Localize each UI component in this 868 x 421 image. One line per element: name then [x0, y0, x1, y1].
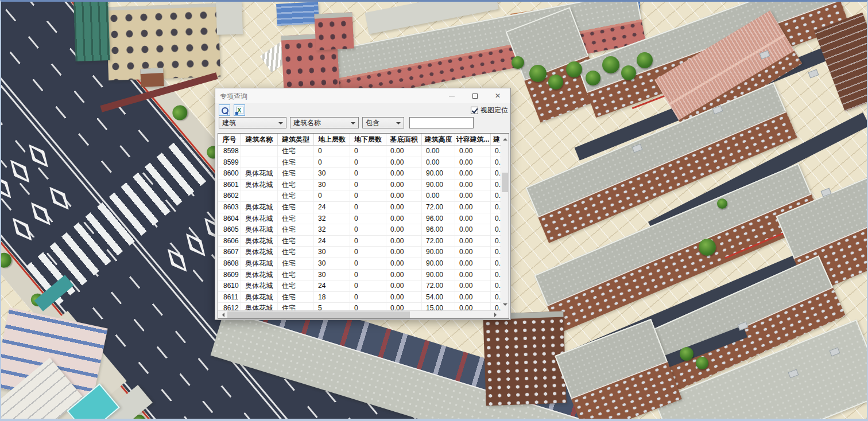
cell: 0.00: [455, 303, 491, 310]
table-row[interactable]: 8603奥体花城住宅2400.0072.000.000.00: [218, 202, 501, 213]
cell: 0.00: [386, 247, 422, 258]
column-header[interactable]: 建筑名称: [241, 134, 278, 146]
cell: 8612: [218, 303, 241, 310]
tree: [602, 56, 619, 73]
column-header[interactable]: 建: [491, 134, 501, 146]
cell: 0.00: [491, 168, 501, 179]
minimize-button[interactable]: [440, 88, 463, 103]
cell: [241, 190, 278, 201]
tree: [680, 347, 693, 361]
cell: 18: [314, 292, 350, 303]
cell: 0.00: [455, 224, 491, 235]
column-header[interactable]: 地下层数: [350, 134, 386, 146]
scroll-down-icon[interactable]: [503, 303, 507, 308]
cell: 0.00: [455, 258, 491, 269]
cell: 0: [350, 292, 386, 303]
search-icon: [222, 107, 228, 114]
building-block: [276, 2, 319, 26]
tree: [512, 56, 524, 69]
horizontal-scrollbar[interactable]: [218, 310, 501, 318]
cell: 0.00: [455, 190, 491, 201]
cell: 奥体花城: [241, 303, 278, 310]
column-header[interactable]: 地上层数: [314, 134, 350, 146]
table-row[interactable]: 8600奥体花城住宅3000.0090.000.000.00: [218, 168, 501, 180]
table-row[interactable]: 8599住宅000.000.000.000.00: [218, 157, 501, 169]
field-select[interactable]: 建筑名称: [290, 117, 359, 128]
table-row[interactable]: 8601奥体花城住宅3000.0090.000.000.00: [218, 180, 501, 191]
close-button[interactable]: [486, 88, 509, 103]
cell: 0: [350, 224, 386, 235]
table-row[interactable]: 8602住宅000.000.000.000.00: [218, 190, 501, 202]
cell: 0.00: [386, 224, 422, 235]
table-row[interactable]: 8598住宅000.000.000.000.00: [218, 146, 501, 157]
cell: 0.00: [491, 280, 501, 291]
cell: 0.00: [455, 236, 491, 247]
category-value: 建筑: [222, 118, 236, 128]
keyword-input[interactable]: [409, 117, 474, 128]
results-table: 序号建筑名称建筑类型地上层数地下层数基底面积建筑高度计容建筑...建 8598住…: [218, 133, 509, 319]
cell: 奥体花城: [241, 168, 278, 179]
cell: 0.00: [491, 258, 501, 269]
table-row[interactable]: 8604奥体花城住宅3200.0096.000.000.00: [218, 213, 501, 225]
cell: 30: [314, 270, 350, 280]
maximize-icon: [472, 93, 478, 99]
excel-icon: [236, 107, 243, 114]
cell: 24: [314, 236, 350, 247]
cell: 0: [350, 213, 386, 224]
cell: 0: [350, 190, 386, 201]
cell: 90.00: [422, 270, 455, 280]
cell: 0: [350, 236, 386, 247]
cell: 8611: [218, 292, 241, 303]
cell: 住宅: [278, 157, 314, 168]
cell: 90.00: [422, 247, 455, 258]
building-block: [73, 2, 110, 61]
cell: 90.00: [422, 168, 455, 179]
table-row[interactable]: 8609奥体花城住宅3000.0090.000.000.00: [218, 270, 501, 281]
scroll-right-icon[interactable]: [494, 313, 499, 317]
cell: 0.00: [491, 247, 501, 258]
table-row[interactable]: 8607奥体花城住宅3000.0090.000.000.00: [218, 247, 501, 258]
cell: 0.00: [455, 280, 491, 291]
tree: [548, 75, 563, 89]
table-row[interactable]: 8611奥体花城住宅1800.0054.000.000.00: [218, 292, 501, 303]
export-excel-button[interactable]: [234, 104, 245, 116]
cell: 0.00: [491, 213, 501, 224]
cell: 奥体花城: [241, 202, 278, 213]
horizontal-scroll-thumb[interactable]: [227, 311, 410, 318]
table-row[interactable]: 8608奥体花城住宅3000.0090.000.000.00: [218, 258, 501, 270]
cell: 30: [314, 247, 350, 258]
view-locate-checkbox[interactable]: 视图定位: [471, 106, 508, 115]
cell: 奥体花城: [241, 270, 278, 280]
operator-select[interactable]: 包含: [362, 117, 404, 128]
cell: 奥体花城: [241, 258, 278, 269]
app-window: 专项查询 视图定位 建筑 建筑名称: [0, 0, 868, 421]
column-header[interactable]: 建筑高度: [422, 134, 455, 146]
vertical-scrollbar[interactable]: [501, 134, 509, 310]
cell: 8608: [218, 258, 241, 269]
table-row[interactable]: 8612奥体花城住宅500.0015.000.000.00: [218, 303, 501, 310]
tree: [637, 52, 653, 68]
cell: 住宅: [278, 292, 314, 303]
scroll-left-icon[interactable]: [220, 313, 224, 317]
table-row[interactable]: 8606奥体花城住宅2400.0072.000.000.00: [218, 236, 501, 247]
table-row[interactable]: 8610奥体花城住宅2400.0072.000.000.00: [218, 280, 501, 292]
cell: 住宅: [278, 146, 314, 157]
column-header[interactable]: 建筑类型: [278, 134, 314, 146]
table-row[interactable]: 8605奥体花城住宅3200.0096.000.000.00: [218, 224, 501, 236]
category-select[interactable]: 建筑: [219, 117, 286, 128]
search-button[interactable]: [219, 104, 230, 116]
column-header[interactable]: 计容建筑...: [455, 134, 491, 146]
maximize-button[interactable]: [463, 88, 486, 103]
column-header[interactable]: 基底面积: [386, 134, 422, 146]
vertical-scroll-thumb[interactable]: [502, 173, 508, 192]
cell: 8599: [218, 157, 241, 168]
dialog-titlebar[interactable]: 专项查询: [215, 88, 510, 103]
cell: 0: [350, 303, 386, 310]
cell: 住宅: [278, 190, 314, 201]
scroll-up-icon[interactable]: [503, 136, 507, 141]
tree: [699, 239, 716, 256]
column-header[interactable]: 序号: [218, 134, 241, 146]
dialog-title: 专项查询: [220, 92, 247, 102]
cell: 住宅: [278, 213, 314, 224]
cell: 奥体花城: [241, 292, 278, 303]
